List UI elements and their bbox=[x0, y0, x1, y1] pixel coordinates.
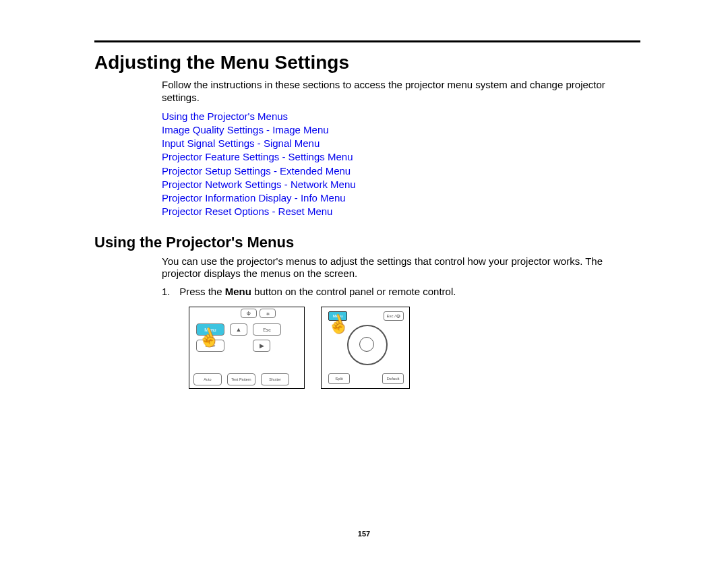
panel-menu-button: Menu bbox=[196, 323, 224, 336]
panel-small-button-2: ✻ bbox=[260, 309, 276, 318]
remote-dial-center bbox=[359, 337, 374, 352]
link-reset-menu[interactable]: Projector Reset Options - Reset Menu bbox=[162, 205, 640, 218]
remote-default-button: Default bbox=[382, 373, 404, 384]
horizontal-rule bbox=[94, 40, 640, 42]
panel-up-arrow: ▲ bbox=[230, 323, 247, 336]
intro-paragraph: Follow the instructions in these section… bbox=[162, 79, 640, 104]
panel-enter-button: Enter bbox=[196, 340, 224, 352]
panel-small-button-1: ⏻ bbox=[241, 309, 257, 318]
panel-right-arrow: ▶ bbox=[253, 340, 270, 352]
panel-esc-button: Esc bbox=[253, 323, 281, 336]
link-settings-menu[interactable]: Projector Feature Settings - Settings Me… bbox=[162, 150, 640, 164]
step-text-bold: Menu bbox=[225, 286, 251, 297]
control-panel-figure: ⏻ ✻ Menu ▲ Esc Enter ▶ Auto Test Pattern… bbox=[189, 307, 305, 389]
figure-row: ⏻ ✻ Menu ▲ Esc Enter ▶ Auto Test Pattern… bbox=[189, 307, 640, 389]
link-info-menu[interactable]: Projector Information Display - Info Men… bbox=[162, 191, 640, 205]
step-1: 1. Press the Menu button on the control … bbox=[162, 286, 640, 297]
section-intro: You can use the projector's menus to adj… bbox=[162, 255, 640, 281]
link-image-menu[interactable]: Image Quality Settings - Image Menu bbox=[162, 123, 640, 137]
panel-test-button: Test Pattern bbox=[227, 373, 255, 385]
link-network-menu[interactable]: Projector Network Settings - Network Men… bbox=[162, 178, 640, 191]
link-signal-menu[interactable]: Input Signal Settings - Signal Menu bbox=[162, 137, 640, 150]
main-heading: Adjusting the Menu Settings bbox=[94, 52, 640, 73]
step-text-pre: Press the bbox=[179, 286, 225, 297]
section-heading: Using the Projector's Menus bbox=[94, 234, 640, 251]
remote-menu-button: Menu bbox=[328, 311, 347, 321]
link-using-menus[interactable]: Using the Projector's Menus bbox=[162, 110, 640, 123]
page-number: 157 bbox=[0, 530, 728, 538]
panel-auto-button: Auto bbox=[193, 373, 222, 385]
step-number: 1. bbox=[162, 286, 177, 297]
remote-esc-button: Esc / ⏻ bbox=[384, 311, 404, 321]
panel-shutter-button: Shutter bbox=[261, 373, 289, 385]
remote-split-button: Split bbox=[328, 373, 350, 384]
link-extended-menu[interactable]: Projector Setup Settings - Extended Menu bbox=[162, 164, 640, 178]
topic-links: Using the Projector's Menus Image Qualit… bbox=[162, 110, 640, 219]
remote-control-figure: Menu Esc / ⏻ Split Default ☝ bbox=[321, 307, 410, 389]
step-text-post: button on the control panel or remote co… bbox=[251, 286, 456, 297]
